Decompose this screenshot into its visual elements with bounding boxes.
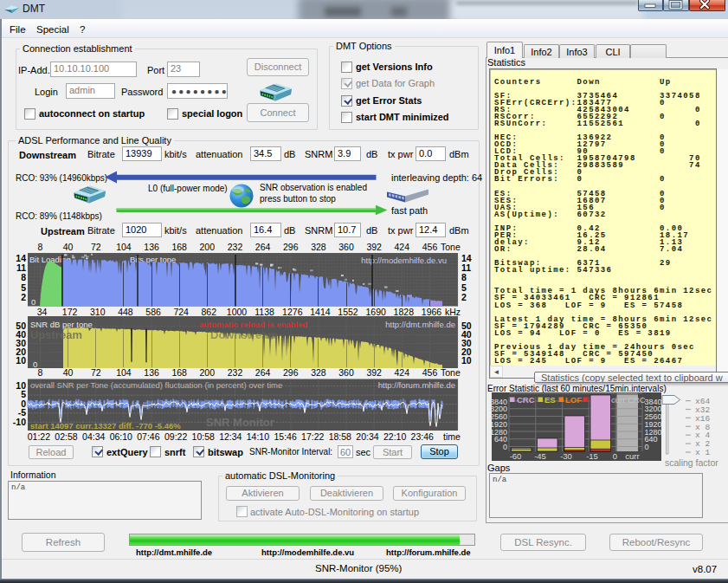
svg-text:328: 328 <box>311 367 326 378</box>
svg-text:02:58: 02:58 <box>55 431 77 442</box>
svg-text:232: 232 <box>228 242 243 252</box>
svg-text:640: 640 <box>645 435 658 444</box>
svg-text:296: 296 <box>283 242 299 252</box>
svg-text:1000: 1000 <box>227 307 248 317</box>
svg-text:1828: 1828 <box>394 307 415 317</box>
svg-text:14: 14 <box>16 253 26 263</box>
svg-text:1552: 1552 <box>338 307 358 317</box>
svg-text:424: 424 <box>395 367 410 378</box>
svg-text:Upstream: Upstream <box>30 328 82 341</box>
svg-text:310: 310 <box>90 307 106 317</box>
svg-text:72: 72 <box>91 242 101 252</box>
svg-text:3200: 3200 <box>645 405 662 413</box>
svg-text:scaling factor: scaling factor <box>665 457 718 468</box>
svg-text:23:46: 23:46 <box>411 431 434 442</box>
svg-text:586: 586 <box>145 307 161 317</box>
svg-text:360: 360 <box>338 367 354 378</box>
svg-text:11: 11 <box>16 262 26 273</box>
svg-text:22:10: 22:10 <box>383 431 406 442</box>
svg-text:862: 862 <box>202 307 217 317</box>
svg-text:3840: 3840 <box>490 398 507 406</box>
svg-text:1920: 1920 <box>490 420 507 429</box>
svg-text:1966: 1966 <box>422 307 442 317</box>
svg-text:136: 136 <box>144 367 159 378</box>
svg-text:01:22: 01:22 <box>28 431 50 442</box>
svg-text:-15: -15 <box>586 451 598 461</box>
svg-text:724: 724 <box>173 307 189 317</box>
svg-text:392: 392 <box>366 367 382 378</box>
svg-text:http://modemhilfe.de.vu: http://modemhilfe.de.vu <box>361 256 447 265</box>
svg-text:start 14097 curr.13327 diff.: start 14097 curr.13327 diff. -770 -5.46% <box>30 421 181 431</box>
svg-text:LOF: LOF <box>565 395 582 405</box>
svg-text:168: 168 <box>171 242 187 252</box>
svg-text:14: 14 <box>461 253 472 263</box>
svg-text:456: 456 <box>422 367 438 378</box>
svg-text:8: 8 <box>38 242 43 252</box>
svg-text:10:58: 10:58 <box>192 431 215 442</box>
svg-text:CRC: CRC <box>517 395 535 405</box>
svg-text:34: 34 <box>37 307 48 317</box>
svg-text:328: 328 <box>311 242 326 252</box>
svg-text:11: 11 <box>461 262 471 273</box>
svg-text:456: 456 <box>422 242 438 252</box>
svg-text:time: time <box>443 431 461 442</box>
svg-text:104: 104 <box>116 242 132 252</box>
svg-text:http://dmt.mhilfe.de: http://dmt.mhilfe.de <box>385 320 455 329</box>
svg-text:3840: 3840 <box>645 398 662 406</box>
svg-text:172: 172 <box>62 307 78 317</box>
svg-text:448: 448 <box>118 307 133 317</box>
svg-text:2560: 2560 <box>490 412 507 421</box>
svg-text:3200: 3200 <box>490 405 507 413</box>
svg-text:10: 10 <box>461 355 472 366</box>
svg-text:Tone: Tone <box>441 367 461 378</box>
svg-text:-30: -30 <box>560 451 572 461</box>
svg-text:overall SNR per Tone (accumula: overall SNR per Tone (accumulated) fluct… <box>30 380 282 390</box>
svg-text:200: 200 <box>200 367 216 378</box>
svg-text:kHz: kHz <box>445 307 461 317</box>
svg-text:10: 10 <box>16 355 26 366</box>
svg-text:424: 424 <box>395 242 410 252</box>
svg-text:automatic reload is enabled: automatic reload is enabled <box>199 320 307 329</box>
svg-text:1276: 1276 <box>282 307 303 317</box>
svg-text:8: 8 <box>21 272 26 282</box>
svg-text:1138: 1138 <box>254 307 274 317</box>
svg-text:http://forum.mhilfe.de: http://forum.mhilfe.de <box>378 380 455 390</box>
svg-text:06:10: 06:10 <box>110 431 132 442</box>
svg-text:2560: 2560 <box>645 412 662 421</box>
svg-text:18:58: 18:58 <box>329 431 351 442</box>
svg-text:0: 0 <box>613 451 617 461</box>
svg-text:curr: curr <box>625 451 639 461</box>
svg-text:72: 72 <box>91 367 101 378</box>
svg-text:0: 0 <box>645 443 649 451</box>
svg-text:1414: 1414 <box>310 307 331 317</box>
svg-text:0: 0 <box>31 297 35 307</box>
svg-text:07:46: 07:46 <box>137 431 159 442</box>
svg-text:5: 5 <box>21 282 26 293</box>
svg-text:ES: ES <box>544 395 556 405</box>
svg-text:40: 40 <box>63 242 74 252</box>
svg-text:264: 264 <box>255 242 271 252</box>
svg-text:Tone: Tone <box>441 242 461 252</box>
svg-text:2: 2 <box>461 292 467 302</box>
svg-text:8: 8 <box>38 367 43 378</box>
svg-text:-10: -10 <box>13 417 26 427</box>
svg-text:264: 264 <box>255 367 271 378</box>
svg-text:1690: 1690 <box>366 307 387 317</box>
svg-text:232: 232 <box>228 367 243 378</box>
svg-text:296: 296 <box>283 367 299 378</box>
svg-text:09:22: 09:22 <box>164 431 187 442</box>
svg-text:136: 136 <box>144 242 159 252</box>
svg-text:640: 640 <box>494 435 507 444</box>
svg-text:1280: 1280 <box>490 428 507 437</box>
svg-text:40: 40 <box>63 367 74 378</box>
svg-text:-60: -60 <box>510 451 522 461</box>
svg-text:SNR Monitor: SNR Monitor <box>206 416 274 429</box>
svg-text:0: 0 <box>503 443 507 451</box>
svg-text:1920: 1920 <box>645 420 662 429</box>
svg-text:8: 8 <box>461 272 467 282</box>
svg-text:SNR dB per tone: SNR dB per tone <box>30 320 93 329</box>
svg-text:curr CRC: curr CRC <box>611 395 646 405</box>
svg-text:392: 392 <box>366 242 382 252</box>
svg-text:04:34: 04:34 <box>82 431 105 442</box>
svg-text:14:10: 14:10 <box>247 431 269 442</box>
